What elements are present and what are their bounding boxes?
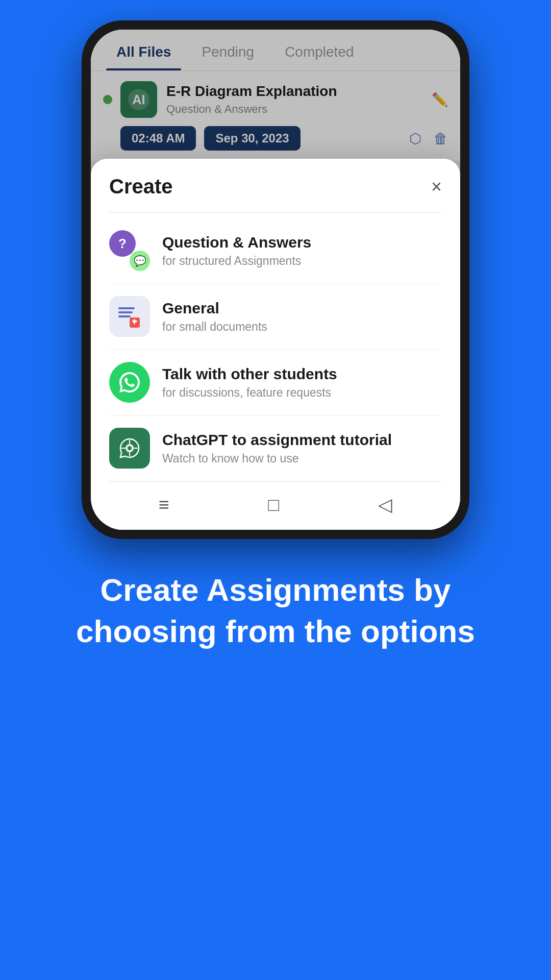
modal-item-text-whatsapp: Talk with other students for discussions… (162, 365, 442, 400)
modal-item-title-whatsapp: Talk with other students (162, 365, 442, 383)
modal-item-whatsapp[interactable]: Talk with other students for discussions… (109, 350, 442, 415)
modal-overlay: Create × ? 💬 (91, 30, 460, 530)
qa-icon: ? 💬 (109, 230, 150, 271)
modal-sheet: Create × ? 💬 (91, 159, 460, 530)
nav-menu-btn[interactable]: ≡ (159, 494, 169, 516)
svg-rect-9 (134, 319, 135, 324)
modal-item-text-chatgpt: ChatGPT to assignment tutorial Watch to … (162, 431, 442, 465)
modal-item-text-general: General for small documents (162, 300, 442, 334)
modal-item-title-general: General (162, 300, 442, 317)
qa-bubble-main: ? (109, 230, 136, 257)
qa-chat-mark: 💬 (134, 255, 146, 267)
nav-bar: ≡ □ ◁ (109, 481, 442, 530)
modal-title: Create (109, 175, 173, 198)
bottom-tagline: Create Assignments by choosing from the … (0, 539, 551, 693)
modal-item-desc-general: for small documents (162, 320, 442, 334)
svg-rect-6 (118, 315, 131, 317)
nav-home-btn[interactable]: □ (268, 494, 280, 516)
chatgpt-icon (109, 428, 150, 469)
modal-item-title-qa: Question & Answers (162, 234, 442, 251)
svg-point-13 (128, 446, 132, 450)
nav-back-btn[interactable]: ◁ (378, 494, 392, 516)
svg-rect-5 (118, 311, 133, 313)
qa-icon-wrap: ? 💬 (109, 230, 150, 271)
modal-item-text-qa: Question & Answers for structured Assign… (162, 234, 442, 268)
phone-screen: All Files Pending Completed (91, 30, 460, 530)
modal-item-desc-whatsapp: for discussions, feature requests (162, 386, 442, 400)
modal-item-title-chatgpt: ChatGPT to assignment tutorial (162, 431, 442, 449)
general-icon (109, 296, 150, 337)
modal-close-btn[interactable]: × (431, 178, 442, 196)
modal-item-general[interactable]: General for small documents (109, 284, 442, 350)
screen-content: All Files Pending Completed (91, 30, 460, 530)
modal-header: Create × (109, 175, 442, 198)
modal-item-desc-qa: for structured Assignments (162, 254, 442, 268)
modal-item-desc-chatgpt: Watch to know how to use (162, 452, 442, 465)
qa-question-mark: ? (118, 236, 127, 252)
phone-shell: All Files Pending Completed (82, 20, 469, 539)
modal-item-chatgpt[interactable]: ChatGPT to assignment tutorial Watch to … (109, 415, 442, 481)
qa-bubble-secondary: 💬 (130, 251, 150, 271)
svg-rect-4 (118, 307, 135, 309)
whatsapp-icon (109, 362, 150, 403)
modal-divider (109, 212, 442, 213)
svg-point-10 (114, 367, 145, 398)
modal-item-qa[interactable]: ? 💬 Question & Answers for structured As… (109, 218, 442, 284)
